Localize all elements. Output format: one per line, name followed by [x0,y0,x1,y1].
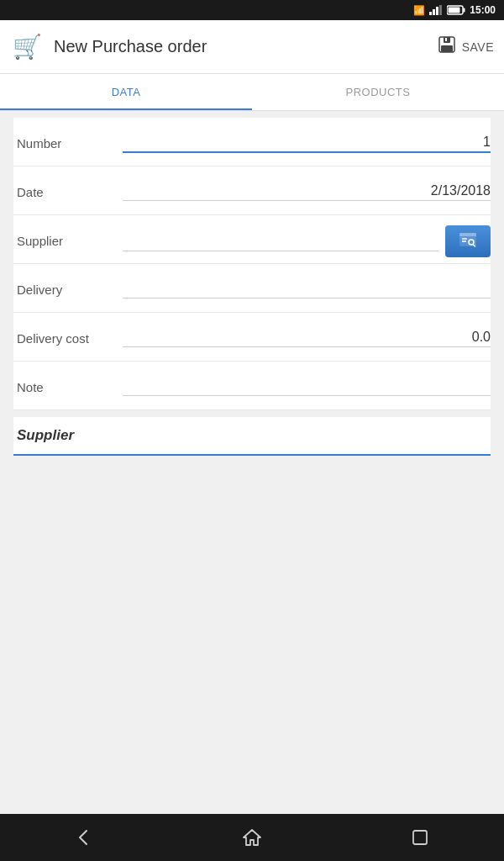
number-input-area [123,135,491,153]
save-icon [437,34,457,60]
svg-rect-5 [464,8,465,13]
date-value[interactable]: 2/13/2018 [123,183,491,201]
supplier-search-button[interactable] [445,225,491,257]
supplier-label: Supplier [13,234,123,248]
field-date: Date 2/13/2018 [13,166,491,215]
page-title: New Purchase order [54,37,427,56]
status-bar: 📶 15:00 [0,0,504,20]
wifi-icon: 📶 [413,5,425,16]
svg-rect-18 [413,831,427,844]
note-input[interactable] [123,378,491,396]
delivery-label: Delivery [13,283,123,297]
supplier-section-label: Supplier [17,427,74,443]
date-input-area: 2/13/2018 [123,183,491,201]
note-input-area [123,378,491,396]
tabs-container: DATA PRODUCTS [0,74,504,111]
date-label: Date [13,185,123,199]
svg-rect-2 [436,7,438,15]
delivery-input-area [123,281,491,298]
svg-rect-1 [433,9,435,15]
field-note: Note [13,362,491,410]
svg-marker-17 [244,830,260,845]
number-label: Number [13,136,123,151]
supplier-section: Supplier [13,417,491,456]
tab-products[interactable]: PRODUCTS [252,74,504,110]
svg-rect-3 [439,5,442,15]
bottom-nav [0,814,504,861]
recent-apps-button[interactable] [395,821,445,854]
delivery-cost-value[interactable]: 0.0 [123,330,491,347]
battery-icon [447,5,465,15]
back-button[interactable] [59,821,109,854]
status-time: 15:00 [470,4,496,16]
save-button[interactable]: SAVE [437,34,494,60]
number-input[interactable] [123,135,491,153]
svg-rect-9 [441,45,453,52]
delivery-input[interactable] [123,281,491,298]
signal-icon [429,5,443,15]
home-button[interactable] [227,821,277,854]
header: 🛒 New Purchase order SAVE [0,20,504,74]
svg-rect-6 [449,8,460,13]
svg-rect-0 [429,12,432,15]
supplier-search-icon [459,232,477,251]
save-label: SAVE [462,40,494,54]
form-area: Number Date 2/13/2018 Supplier [0,111,504,814]
app-logo: 🛒 [10,30,44,64]
tab-data[interactable]: DATA [0,74,252,110]
status-icons: 📶 15:00 [413,4,496,16]
field-delivery-cost: Delivery cost 0.0 [13,313,491,362]
svg-rect-12 [459,233,476,236]
svg-rect-10 [445,38,447,41]
field-delivery: Delivery [13,264,491,313]
supplier-input-area [123,225,491,257]
field-supplier: Supplier [13,215,491,264]
delivery-cost-label: Delivery cost [13,331,123,346]
delivery-cost-input-area: 0.0 [123,330,491,347]
note-label: Note [13,380,123,394]
field-number: Number [13,118,491,166]
